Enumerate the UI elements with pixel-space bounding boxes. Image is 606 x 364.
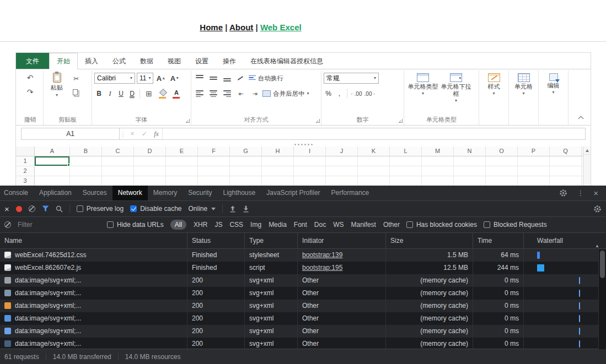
cell-A3[interactable] [35, 176, 70, 186]
devtools-scrollbar[interactable] [598, 249, 606, 349]
col-header-M[interactable]: M [422, 146, 454, 156]
cell-dropdown-button[interactable]: 单元格下拉框 ▾ [439, 72, 473, 116]
cell-J2[interactable] [326, 166, 358, 176]
close-devtools-icon[interactable]: × [593, 188, 598, 198]
col-header-C[interactable]: C [102, 146, 134, 156]
column-header-name[interactable]: Name [0, 233, 187, 248]
cell-L2[interactable] [390, 166, 422, 176]
ribbon-tab-开始[interactable]: 开始 [49, 53, 78, 69]
import-har-icon[interactable] [229, 205, 236, 213]
cell-F2[interactable] [198, 166, 230, 176]
blocked-requests-checkbox[interactable]: Blocked Requests [484, 221, 547, 229]
cell-N1[interactable] [454, 156, 486, 166]
decrease-decimal-button[interactable]: .00→ [364, 88, 376, 100]
copy-button[interactable] [70, 87, 82, 99]
cells-button[interactable]: 单元格 ▾ [511, 72, 536, 116]
col-header-K[interactable]: K [358, 146, 390, 156]
col-header-O[interactable]: O [486, 146, 518, 156]
network-row[interactable]: data:image/svg+xml;...200svg+xmlOther(me… [0, 287, 606, 300]
alignment-dialog-launcher-icon[interactable] [316, 119, 320, 123]
devtools-tab-network[interactable]: Network [112, 186, 148, 200]
wrap-text-button[interactable]: 自动换行 [249, 74, 283, 83]
ribbon-tab-数据[interactable]: 数据 [133, 53, 160, 69]
cell-F3[interactable] [198, 176, 230, 186]
network-row[interactable]: data:image/svg+xml;...200svg+xmlOther(me… [0, 325, 606, 338]
cell-C3[interactable] [102, 176, 134, 186]
cell-I1[interactable] [294, 156, 326, 166]
sheet-scrollbar[interactable] [583, 146, 591, 186]
cell-D3[interactable] [134, 176, 166, 186]
decrease-indent-button[interactable]: ⇤ [235, 88, 247, 100]
fill-handle[interactable] [67, 164, 70, 166]
col-header-I[interactable]: I [294, 146, 326, 156]
nav-link-web-excel[interactable]: Web Excel [260, 23, 302, 32]
initiator-link[interactable]: bootstrap:139 [302, 251, 342, 259]
cell-L1[interactable] [390, 156, 422, 166]
col-header-G[interactable]: G [230, 146, 262, 156]
filter-type-js[interactable]: JS [214, 221, 222, 229]
devtools-tab-security[interactable]: Security [183, 186, 217, 200]
cell-A2[interactable] [35, 166, 70, 176]
text-orientation-button[interactable] [235, 72, 247, 84]
cell-type-button[interactable]: 单元格类型 ▾ [406, 72, 439, 116]
select-all-corner[interactable] [16, 146, 35, 156]
cell-H1[interactable] [262, 156, 294, 166]
throttling-select[interactable]: Online [189, 205, 216, 213]
font-color-button[interactable]: A [170, 88, 183, 100]
redo-button[interactable]: ↷ [19, 86, 41, 98]
underline-button[interactable]: U [116, 88, 126, 99]
number-format-select[interactable]: 常规 ▾ [324, 73, 379, 84]
double-underline-button[interactable]: D [127, 88, 137, 99]
row-header-3[interactable]: 3 [16, 176, 35, 186]
hide-data-urls-checkbox[interactable]: Hide data URLs [107, 221, 164, 229]
devtools-tab-performance[interactable]: Performance [326, 186, 375, 200]
cell-K2[interactable] [358, 166, 390, 176]
cell-O3[interactable] [486, 176, 518, 186]
ribbon-tab-插入[interactable]: 插入 [78, 53, 105, 69]
col-header-P[interactable]: P [518, 146, 550, 156]
cell-B2[interactable] [70, 166, 102, 176]
cell-Q1[interactable] [550, 156, 582, 166]
devtools-tab-javascript-profiler[interactable]: JavaScript Profiler [261, 186, 325, 200]
kebab-menu-icon[interactable]: ⋮ [577, 189, 584, 197]
devtools-tab-lighthouse[interactable]: Lighthouse [218, 186, 261, 200]
filter-icon[interactable] [42, 205, 49, 212]
formula-input[interactable] [163, 128, 585, 139]
cell-A1[interactable] [35, 156, 70, 166]
filter-type-font[interactable]: Font [294, 221, 307, 229]
ribbon-tab-文件[interactable]: 文件 [16, 53, 49, 69]
edit-button[interactable]: 编辑 ▾ [541, 72, 566, 116]
network-settings-gear-icon[interactable] [593, 205, 602, 213]
col-header-H[interactable]: H [262, 146, 294, 156]
undo-button[interactable]: ↶ [19, 72, 41, 84]
devtools-tab-application[interactable]: Application [34, 186, 77, 200]
decrease-font-button[interactable]: A▼ [169, 72, 181, 84]
filter-type-ws[interactable]: WS [333, 221, 344, 229]
align-middle-button[interactable] [207, 72, 219, 84]
network-row[interactable]: data:image/svg+xml;...200svg+xmlOther(me… [0, 338, 606, 349]
devtools-tab-sources[interactable]: Sources [77, 186, 112, 200]
cell-E1[interactable] [166, 156, 198, 166]
font-size-select[interactable]: 11 ▾ [137, 73, 153, 84]
cell-J1[interactable] [326, 156, 358, 166]
align-right-button[interactable] [221, 88, 233, 100]
filter-type-img[interactable]: Img [250, 221, 261, 229]
cell-B3[interactable] [70, 176, 102, 186]
grid-resize-handle[interactable] [16, 142, 591, 146]
ribbon-tab-在线表格编辑器授权信息[interactable]: 在线表格编辑器授权信息 [243, 53, 330, 69]
close-icon[interactable]: × [4, 204, 9, 214]
disable-cache-checkbox[interactable]: Disable cache [130, 205, 181, 213]
col-header-N[interactable]: N [454, 146, 486, 156]
align-top-button[interactable] [194, 72, 206, 84]
cell-M3[interactable] [422, 176, 454, 186]
increase-decimal-button[interactable]: ←.00 [350, 88, 362, 100]
cell-E2[interactable] [166, 166, 198, 176]
row-header-1[interactable]: 1 [16, 156, 35, 166]
cut-button[interactable]: ✂ [70, 73, 82, 85]
scroll-up-icon[interactable] [583, 146, 591, 155]
fx-icon[interactable]: fx [151, 128, 163, 139]
align-center-button[interactable] [207, 88, 219, 100]
filter-input[interactable] [18, 221, 100, 229]
align-bottom-button[interactable] [221, 72, 233, 84]
cell-I3[interactable] [294, 176, 326, 186]
